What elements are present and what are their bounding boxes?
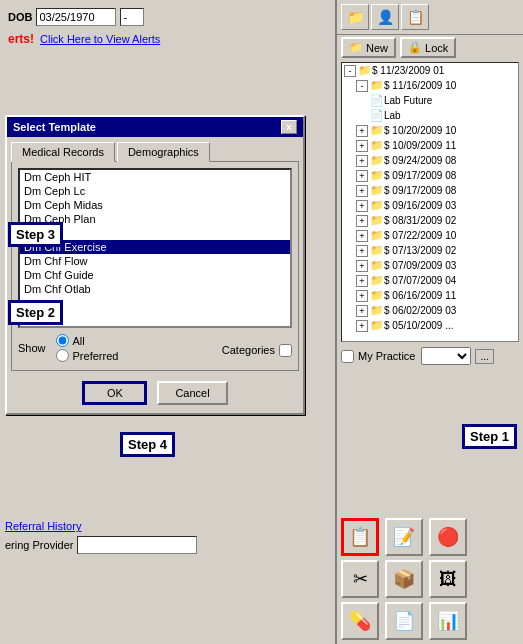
expand-icon[interactable]: + [356, 125, 368, 137]
expand-icon[interactable]: + [356, 260, 368, 272]
grid-btn-package[interactable]: 📦 [385, 560, 423, 598]
cancel-button[interactable]: Cancel [157, 381, 227, 405]
lock-icon: 🔒 [408, 41, 422, 54]
radio-preferred-input[interactable] [56, 349, 69, 362]
expand-icon[interactable]: + [356, 215, 368, 227]
expand-icon[interactable]: + [356, 290, 368, 302]
provider-label: ering Provider [5, 539, 73, 551]
tree-container[interactable]: - 📁 $ 11/23/2009 01 - 📁 $ 11/16/2009 10 … [341, 62, 519, 342]
radio-all-input[interactable] [56, 334, 69, 347]
tree-item[interactable]: + 📁 $ 06/02/2009 03 [342, 303, 518, 318]
tree-item[interactable]: 📄 Lab [342, 108, 518, 123]
template-item[interactable]: Dm Ceph HIT [20, 170, 290, 184]
tree-item[interactable]: 📄 Lab Future [342, 93, 518, 108]
doc-icon: 📄 [370, 109, 384, 122]
template-item[interactable]: Dm Chf Flow [20, 254, 290, 268]
lock-button[interactable]: 🔒 Lock [400, 37, 456, 58]
step1-annotation: Step 1 [462, 424, 517, 449]
expand-icon[interactable]: - [356, 80, 368, 92]
categories-row: Categories [222, 344, 292, 357]
package-icon: 📦 [393, 568, 415, 590]
grid-btn-notes[interactable]: 📝 [385, 518, 423, 556]
tree-item[interactable]: + 📁 $ 06/16/2009 11 [342, 288, 518, 303]
new-button[interactable]: 📁 New [341, 37, 396, 58]
dialog-close-button[interactable]: × [281, 120, 297, 134]
expand-icon[interactable]: + [356, 230, 368, 242]
referral-link[interactable]: Referral History [5, 520, 81, 532]
tree-item[interactable]: + 📁 $ 08/31/2009 02 [342, 213, 518, 228]
tree-item[interactable]: + 📁 $ 07/09/2009 03 [342, 258, 518, 273]
grid-btn-pill[interactable]: 💊 [341, 602, 379, 640]
tree-item[interactable]: + 📁 $ 07/22/2009 10 [342, 228, 518, 243]
tree-item[interactable]: + 📁 $ 07/13/2009 02 [342, 243, 518, 258]
my-practice-more-btn[interactable]: ... [475, 349, 493, 364]
expand-icon[interactable]: + [356, 275, 368, 287]
template-item[interactable]: Dm Ceph Lc [20, 184, 290, 198]
tree-item[interactable]: + 📁 $ 09/17/2009 08 [342, 183, 518, 198]
expand-icon[interactable]: + [356, 155, 368, 167]
radio-preferred-label: Preferred [73, 350, 119, 362]
folder-icon: 📁 [370, 319, 384, 332]
expand-icon[interactable]: + [356, 170, 368, 182]
grid-btn-doc2[interactable]: 📄 [385, 602, 423, 640]
documents-icon: 📋 [349, 526, 371, 548]
tree-item[interactable]: + 📁 $ 09/24/2009 08 [342, 153, 518, 168]
provider-input[interactable] [77, 536, 197, 554]
alerts-link[interactable]: Click Here to View Alerts [40, 33, 160, 45]
expand-icon[interactable]: + [356, 200, 368, 212]
pill-icon: 💊 [349, 610, 371, 632]
tree-item[interactable]: + 📁 $ 09/16/2009 03 [342, 198, 518, 213]
categories-label: Categories [222, 344, 275, 356]
folder-icon: 📁 [370, 184, 384, 197]
tree-item[interactable]: + 📁 $ 10/09/2009 11 [342, 138, 518, 153]
alerts-row: erts! Click Here to View Alerts [8, 32, 327, 46]
my-practice-checkbox[interactable] [341, 350, 354, 363]
tree-item[interactable]: - 📁 $ 11/16/2009 10 [342, 78, 518, 93]
template-item[interactable]: Dm Ceph Midas [20, 198, 290, 212]
folder-icon: 📁 [370, 79, 384, 92]
tree-root: - 📁 $ 11/23/2009 01 [342, 63, 518, 78]
tab-medical-records[interactable]: Medical Records [11, 142, 115, 162]
right-btn-row: 📁 New 🔒 Lock [337, 35, 523, 60]
template-item[interactable]: Dm Chf Otlab [20, 282, 290, 296]
doc-icon: 📄 [370, 94, 384, 107]
expand-icon[interactable]: + [356, 140, 368, 152]
expand-icon[interactable]: + [356, 320, 368, 332]
expand-icon[interactable]: + [356, 245, 368, 257]
grid-btn-image[interactable]: 🖼 [429, 560, 467, 598]
my-practice-select[interactable] [421, 347, 471, 365]
dialog-content: Dm Ceph HIT Dm Ceph Lc Dm Ceph Midas Dm … [11, 161, 299, 371]
radio-all-label: All [73, 335, 85, 347]
grid-btn-red[interactable]: 🔴 [429, 518, 467, 556]
dob-input[interactable] [36, 8, 116, 26]
template-item[interactable]: Dm Chf Guide [20, 268, 290, 282]
folder-icon: 📁 [358, 64, 372, 77]
tree-item[interactable]: + 📁 $ 10/20/2009 10 [342, 123, 518, 138]
tree-item[interactable]: + 📁 $ 05/10/2009 ... [342, 318, 518, 333]
dob-label: DOB [8, 11, 32, 23]
top-bar: DOB erts! Click Here to View Alerts [0, 0, 335, 75]
radio-all: All [56, 334, 119, 347]
right-panel: 📁 👤 📋 📁 New 🔒 Lock - 📁 $ 11/23/2009 01 -… [335, 0, 523, 644]
categories-checkbox[interactable] [279, 344, 292, 357]
face-icon-btn[interactable]: 👤 [371, 4, 399, 30]
select-template-dialog: Select Template × Medical Records Demogr… [5, 115, 305, 415]
dash-input[interactable] [120, 8, 144, 26]
folder-icon-btn[interactable]: 📁 [341, 4, 369, 30]
dialog-title: Select Template [13, 121, 96, 133]
ok-button[interactable]: OK [82, 381, 147, 405]
folder-icon: 📁 [370, 229, 384, 242]
my-practice-row: My Practice ... [337, 344, 523, 368]
tree-item[interactable]: + 📁 $ 09/17/2009 08 [342, 168, 518, 183]
expand-icon[interactable]: - [344, 65, 356, 77]
grid-btn-documents[interactable]: 📋 [341, 518, 379, 556]
grid-btn-rx[interactable]: ✂ [341, 560, 379, 598]
grid-btn-chart[interactable]: 📊 [429, 602, 467, 640]
tab-demographics[interactable]: Demographics [117, 142, 210, 162]
list-icon-btn[interactable]: 📋 [401, 4, 429, 30]
right-toolbar: 📁 👤 📋 [337, 0, 523, 35]
tree-item[interactable]: + 📁 $ 07/07/2009 04 [342, 273, 518, 288]
expand-icon[interactable]: + [356, 185, 368, 197]
show-row: Show All Preferred Categories [18, 334, 292, 362]
expand-icon[interactable]: + [356, 305, 368, 317]
